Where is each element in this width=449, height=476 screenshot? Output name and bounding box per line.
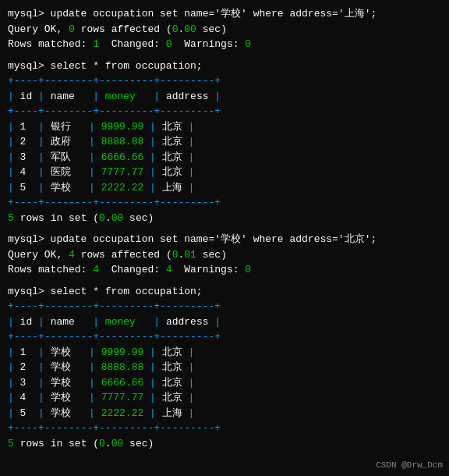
info-line: Rows matched: 1 Changed: 0 Warnings: 0 bbox=[8, 37, 441, 52]
info-line: Query OK, 4 rows affected (0.01 sec) bbox=[8, 247, 441, 263]
cmd-line: mysql> select * from occupation; bbox=[8, 284, 441, 300]
table-row: | 1 | 学校 | 9999.99 | 北京 | bbox=[8, 345, 441, 361]
table-header: | id | name | money | address | bbox=[8, 314, 441, 330]
table-border: +----+--------+---------+---------+ bbox=[8, 195, 441, 211]
table-row: | 3 | 军队 | 6666.66 | 北京 | bbox=[8, 150, 441, 165]
table-border: +----+--------+---------+---------+ bbox=[8, 104, 441, 119]
table-row: | 2 | 学校 | 8888.88 | 北京 | bbox=[8, 360, 441, 375]
cmd-line: mysql> update occupation set name='学校' w… bbox=[8, 6, 441, 22]
table-row: | 3 | 学校 | 6666.66 | 北京 | bbox=[8, 375, 441, 391]
table-border: +----+--------+---------+---------+ bbox=[8, 73, 441, 89]
watermark: CSDN @Drw_Dcm bbox=[376, 459, 443, 472]
table-border: +----+--------+---------+---------+ bbox=[8, 329, 441, 345]
table-row: | 4 | 医院 | 7777.77 | 北京 | bbox=[8, 165, 441, 180]
terminal-window: mysql> update occupation set name='学校' w… bbox=[0, 0, 449, 476]
cmd-line: mysql> update occupation set name='学校' w… bbox=[8, 232, 441, 247]
info-line: Query OK, 0 rows affected (0.00 sec) bbox=[8, 22, 441, 37]
table-row: | 5 | 学校 | 2222.22 | 上海 | bbox=[8, 180, 441, 196]
table-row: | 2 | 政府 | 8888.88 | 北京 | bbox=[8, 134, 441, 150]
table-border: +----+--------+---------+---------+ bbox=[8, 421, 441, 436]
table-row: | 1 | 银行 | 9999.99 | 北京 | bbox=[8, 119, 441, 135]
cmd-line: mysql> select * from occupation; bbox=[8, 59, 441, 74]
info-line: Rows matched: 4 Changed: 4 Warnings: 0 bbox=[8, 262, 441, 278]
terminal-content: mysql> update occupation set name='学校' w… bbox=[8, 6, 441, 451]
table-header: | id | name | money | address | bbox=[8, 89, 441, 105]
info-line: 5 rows in set (0.00 sec) bbox=[8, 436, 441, 452]
table-row: | 5 | 学校 | 2222.22 | 上海 | bbox=[8, 406, 441, 421]
table-border: +----+--------+---------+---------+ bbox=[8, 299, 441, 314]
table-row: | 4 | 学校 | 7777.77 | 北京 | bbox=[8, 390, 441, 406]
info-line: 5 rows in set (0.00 sec) bbox=[8, 211, 441, 226]
